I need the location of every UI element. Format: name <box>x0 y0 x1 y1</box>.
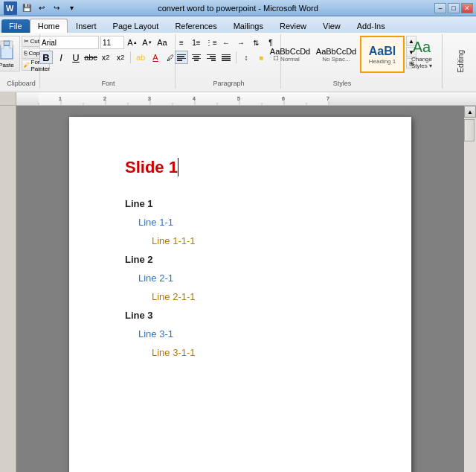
shading-button[interactable]: ■ <box>254 51 268 64</box>
tab-review[interactable]: Review <box>271 19 315 33</box>
underline-button[interactable]: U <box>69 51 83 64</box>
doc-line-9: Line 3-1-1 <box>152 347 363 358</box>
text-highlight-button[interactable]: ab <box>134 51 147 64</box>
font-name-input[interactable] <box>39 36 99 49</box>
undo-button[interactable]: ↩ <box>35 1 48 15</box>
editing-text: Editing <box>457 50 465 73</box>
doc-line-6: Line 2-1-1 <box>152 291 363 302</box>
align-left-button[interactable] <box>175 51 188 64</box>
maximize-button[interactable]: □ <box>448 3 460 13</box>
multilevel-button[interactable]: ⋮≡ <box>205 36 218 49</box>
italic-button[interactable]: I <box>54 51 68 64</box>
paragraph-content: ≡ 1≡ ⋮≡ ← → ⇅ ¶ <box>175 36 283 78</box>
customize-button[interactable]: ▾ <box>65 1 78 15</box>
ribbon-tab-bar: File Home Insert Page Layout References … <box>0 16 476 33</box>
align-right-button[interactable] <box>205 51 218 64</box>
close-button[interactable]: ✕ <box>461 3 473 13</box>
title-bar: W 💾 ↩ ↪ ▾ convert word to powerpoint - M… <box>0 0 476 16</box>
font-size-input[interactable] <box>100 36 124 49</box>
superscript-button[interactable]: x2 <box>114 51 127 64</box>
align-center-button[interactable] <box>190 51 203 64</box>
tab-view[interactable]: View <box>315 19 349 33</box>
svg-rect-7 <box>39 92 329 106</box>
separator <box>130 51 131 63</box>
tab-insert[interactable]: Insert <box>68 19 105 33</box>
numbering-button[interactable]: 1≡ <box>190 36 203 49</box>
clear-formatting-button[interactable]: Aa <box>155 36 169 49</box>
paragraph-group: ≡ 1≡ ⋮≡ ← → ⇅ ¶ <box>177 34 281 89</box>
word-icon: W <box>3 1 18 15</box>
line-spacing-button[interactable]: ↕ <box>239 51 253 64</box>
doc-line-8: Line 3-1 <box>138 328 363 339</box>
bullets-button[interactable]: ≡ <box>175 36 188 49</box>
grow-font-button[interactable]: A▲ <box>126 36 139 49</box>
bold-button[interactable]: B <box>39 51 53 64</box>
change-styles-label: ChangeStyles ▾ <box>411 56 432 69</box>
paragraph-label: Paragraph <box>213 80 244 87</box>
document-area[interactable]: Slide 1 Line 1 Line 1-1 Line 1-1-1 Line … <box>16 106 464 472</box>
sort-button[interactable]: ⇅ <box>249 36 263 49</box>
change-styles-button[interactable]: Aa ChangeStyles ▾ <box>403 36 440 72</box>
change-styles-group: Aa ChangeStyles ▾ <box>403 34 440 89</box>
separator <box>236 51 237 63</box>
para-row-2: ↕ ■ □ <box>175 51 283 64</box>
subscript-button[interactable]: x2 <box>99 51 112 64</box>
clipboard-group: Paste ✂Cut ⎘Copy 🖌Format Painter Clipboa… <box>3 34 40 89</box>
doc-line-3: Line 1-1-1 <box>152 235 363 246</box>
clipboard-label: Clipboard <box>7 80 36 87</box>
svg-rect-4 <box>1 41 4 48</box>
doc-line-4: Line 2 <box>125 254 363 265</box>
vertical-ruler <box>0 106 16 472</box>
vertical-scrollbar: ▲ ▼ <box>464 106 476 472</box>
font-group: A▲ A▼ Aa B I U abc x2 x2 ab A 🖊 Font <box>42 34 176 89</box>
tab-add-ins[interactable]: Add-Ins <box>349 19 393 33</box>
font-content: A▲ A▼ Aa B I U abc x2 x2 ab A 🖊 <box>39 36 177 78</box>
change-styles-icon: Aa <box>413 39 431 56</box>
scroll-thumb[interactable] <box>464 119 475 141</box>
tab-references[interactable]: References <box>167 19 225 33</box>
workspace: 1 2 3 4 5 6 7 <box>0 92 476 472</box>
strikethrough-button[interactable]: abc <box>84 51 97 64</box>
quick-access-toolbar: 💾 ↩ ↪ ▾ <box>20 1 78 15</box>
style-no-space[interactable]: AaBbCcDd No Spac... <box>314 36 358 73</box>
redo-button[interactable]: ↪ <box>50 1 63 15</box>
doc-line-5: Line 2-1 <box>138 272 363 284</box>
svg-text:4: 4 <box>193 96 196 101</box>
tab-file[interactable]: File <box>1 19 30 33</box>
tab-home[interactable]: Home <box>30 19 68 33</box>
styles-group: AaBbCcDd Normal AaBbCcDd No Spac... AaBl… <box>283 34 402 89</box>
ribbon-panels: Paste ✂Cut ⎘Copy 🖌Format Painter Clipboa… <box>0 33 476 92</box>
scroll-track[interactable] <box>464 118 476 472</box>
font-row-2: B I U abc x2 x2 ab A 🖊 <box>39 51 177 64</box>
horizontal-ruler: 1 2 3 4 5 6 7 <box>16 92 476 106</box>
svg-text:6: 6 <box>282 96 285 101</box>
svg-text:2: 2 <box>103 96 106 101</box>
doc-line-7: Line 3 <box>125 310 363 321</box>
decrease-indent-button[interactable]: ← <box>219 36 233 49</box>
justify-button[interactable] <box>219 51 233 64</box>
font-color-button[interactable]: A <box>149 51 162 64</box>
paste-button[interactable]: Paste <box>0 36 20 71</box>
tab-page-layout[interactable]: Page Layout <box>105 19 167 33</box>
scroll-up-button[interactable]: ▲ <box>464 106 476 118</box>
save-button[interactable]: 💾 <box>20 1 33 15</box>
styles-content: AaBbCcDd Normal AaBbCcDd No Spac... AaBl… <box>268 36 416 78</box>
title-bar-left: W 💾 ↩ ↪ ▾ <box>3 1 78 15</box>
ruler-corner <box>0 92 16 106</box>
increase-indent-button[interactable]: → <box>234 36 248 49</box>
left-ruler-area <box>0 92 16 472</box>
style-normal[interactable]: AaBbCcDd Normal <box>268 36 312 73</box>
shrink-font-button[interactable]: A▼ <box>141 36 154 49</box>
tab-mailings[interactable]: Mailings <box>225 19 271 33</box>
main-column: 1 2 3 4 5 6 7 <box>16 92 476 472</box>
document-title: Slide 1 <box>125 158 363 177</box>
svg-text:3: 3 <box>148 96 151 101</box>
font-row-1: A▲ A▼ Aa <box>39 36 169 49</box>
minimize-button[interactable]: – <box>434 3 446 13</box>
style-heading1[interactable]: AaBl Heading 1 <box>360 36 405 73</box>
styles-label: Styles <box>333 80 352 87</box>
content-row: Slide 1 Line 1 Line 1-1 Line 1-1-1 Line … <box>16 106 476 472</box>
window-controls: – □ ✕ <box>434 3 473 13</box>
document-page: Slide 1 Line 1 Line 1-1 Line 1-1-1 Line … <box>69 117 411 472</box>
svg-text:1: 1 <box>59 96 62 101</box>
